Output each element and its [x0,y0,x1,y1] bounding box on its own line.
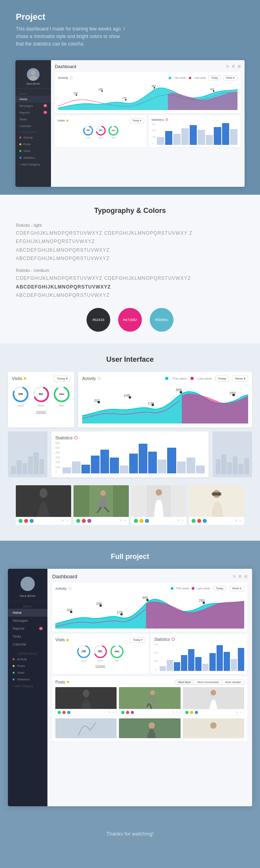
add-category[interactable]: + Add Category [15,161,51,168]
messages-label: Messages [19,104,33,108]
week-big-btn[interactable]: Week [232,376,248,382]
dashboard-header: Dashboard ↻ ⚙ ⊞ [55,64,241,69]
full-thisweek-lbl: This week [176,587,189,590]
avatar-green-3 [134,519,138,523]
bar-4 [181,128,189,145]
pf1-av3 [67,710,71,714]
tab-most-viewed[interactable]: Most viewed [222,680,244,684]
posts-title: Posts [55,680,65,684]
full-activity-info: i [68,587,72,590]
full-details-link[interactable]: Details [55,664,145,668]
photo-footer-2: ✎ ⤷ [73,517,129,525]
pf1-share[interactable]: ⤷ [112,711,115,714]
sidebar-item-tasks[interactable]: Tasks [15,116,51,123]
big-views-stat: 681 views [32,386,50,407]
svg-point-71 [149,722,155,729]
post-card-3: ✎ ⤷ [183,687,244,716]
activity-info-icon: i [70,76,73,80]
pf3-share[interactable]: ⤷ [240,711,242,714]
pf2-edit[interactable]: ✎ [172,711,175,714]
full-add-cat[interactable]: + Add Category [8,683,47,689]
svg-point-55 [146,599,149,601]
full-tasks[interactable]: Tasks [8,632,47,640]
edit-icon-2[interactable]: ✎ [119,519,122,522]
sidebar-item-messages[interactable]: Messages 6 [15,103,51,109]
edit-icon-1[interactable]: ✎ [62,519,64,522]
full-activity[interactable]: Activity [8,656,47,663]
swatch-dark-label: #b2433 [92,318,104,322]
activity-big-legend: This week Last week [165,377,212,380]
full-reports-label: Reports [13,627,24,631]
full-visits-today[interactable]: Today [130,637,145,643]
grid-icon[interactable]: ⊞ [237,64,241,68]
edit-icon-4[interactable]: ✎ [235,519,237,522]
tab-most-liked[interactable]: Most liked [175,680,194,684]
sidebar-item-calendar[interactable]: Calendar [15,123,51,129]
sidebar-item-visits[interactable]: Visits [15,148,51,154]
share-icon-2[interactable]: ⤷ [124,519,126,522]
svg-point-31 [151,404,154,406]
full-header-icons: ↻ ⚙ ⊞ [233,574,247,579]
sidebar-item-home[interactable]: Home [15,96,51,103]
today-button[interactable]: Today [208,75,220,80]
thisweek-big-label: This week [172,377,187,380]
refresh-icon[interactable]: ↻ [226,64,229,68]
sidebar-item-reports[interactable]: Reports 3 [15,109,51,116]
visits-today-btn[interactable]: Today [130,118,144,123]
week-button[interactable]: Week [223,75,237,81]
full-refresh-icon[interactable]: ↻ [233,574,236,579]
svg-point-8 [101,90,103,92]
photo-card-1: ✎ ⤷ [16,485,71,525]
details-link[interactable]: Details [12,410,70,414]
share-icon-1[interactable]: ⤷ [66,519,69,522]
svg-text:248: 248 [98,87,103,90]
full-statistics[interactable]: Statistics [8,676,47,683]
big-views-value: 681 [39,393,43,396]
full-today-btn[interactable]: Today [213,586,226,591]
settings-icon[interactable]: ⚙ [232,64,235,68]
activity-header: Activity i This week Last week Today Wee… [58,75,237,81]
bottom-panels: Visits Today [55,116,241,147]
activity-dot [19,137,21,139]
svg-rect-69 [76,718,96,738]
svg-point-30 [129,396,131,399]
sidebar-item-statistics[interactable]: Statistics [15,154,51,161]
today-big-btn[interactable]: Today [215,376,229,382]
avatar-blue [29,519,34,523]
svg-point-66 [150,690,155,695]
svg-text:365: 365 [151,84,156,87]
tab-most-commented[interactable]: Most commented [194,680,222,684]
dashboard-preview: Sara Birner MENU Home Messages 6 Reports… [0,56,260,195]
sidebar-item-posts[interactable]: Posts [15,141,51,148]
full-add-cat-label: + Add Category [13,684,33,688]
views-stat: 681 views [95,125,106,139]
svg-point-35 [40,488,47,498]
visits-today-big-btn[interactable]: Today [54,376,70,382]
stats-center-content: 6005004003002001000 [55,442,205,473]
share-icon-4[interactable]: ⤷ [239,519,242,522]
more-post-photo-3 [183,718,244,738]
big-files-value: 9863 [59,393,64,395]
full-project-section: Full project Sara Birner Menu Home Messa… [0,541,260,822]
full-reports[interactable]: Reports 3 [8,625,47,632]
photo-icons-4: ✎ ⤷ [235,519,242,522]
full-tasks-label: Tasks [13,634,21,638]
typography-heading: Typography & Colors [16,207,244,215]
photo-card-4: ✎ ⤷ [189,485,244,525]
pf1-edit[interactable]: ✎ [108,711,111,714]
edit-icon-3[interactable]: ✎ [177,519,180,522]
full-grid-icon[interactable]: ⊞ [244,574,247,579]
sidebar-item-activity[interactable]: Activity [15,134,51,141]
full-messages[interactable]: Messages [8,617,47,625]
full-week-btn[interactable]: Week [229,586,244,591]
pf2-av3 [130,710,134,714]
full-visits[interactable]: Visits [8,669,47,676]
pf2-share[interactable]: ⤷ [176,711,179,714]
share-icon-3[interactable]: ⤷ [181,519,184,522]
full-posts[interactable]: Posts [8,663,47,669]
full-home[interactable]: Home [8,609,47,617]
pf3-edit[interactable]: ✎ [236,711,238,714]
visits-dot [19,150,21,152]
full-settings-icon[interactable]: ⚙ [238,574,242,579]
full-calendar[interactable]: Calendar [8,640,47,648]
